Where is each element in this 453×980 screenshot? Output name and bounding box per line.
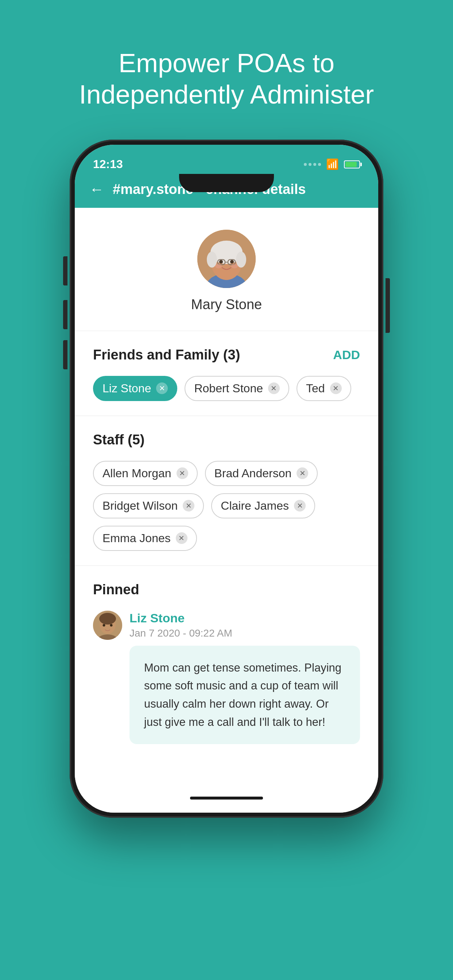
status-icons: 📶 (304, 158, 360, 170)
remove-bridget-wilson-button[interactable]: ✕ (183, 500, 195, 512)
back-button[interactable]: ← (89, 181, 104, 197)
friends-tags: Liz Stone ✕ Robert Stone ✕ Ted ✕ (93, 376, 360, 401)
svg-point-6 (236, 251, 246, 267)
tag-robert-stone: Robert Stone ✕ (185, 376, 289, 401)
message-author-name: Liz Stone (129, 611, 232, 625)
battery-icon (344, 161, 360, 169)
message-timestamp: Jan 7 2020 - 09:22 AM (129, 627, 232, 639)
remove-robert-stone-button[interactable]: ✕ (268, 382, 280, 394)
remove-emma-jones-button[interactable]: ✕ (176, 532, 187, 544)
message-header: Liz Stone Jan 7 2020 - 09:22 AM (93, 611, 360, 640)
add-friends-button[interactable]: ADD (333, 348, 360, 362)
remove-claire-james-button[interactable]: ✕ (294, 500, 306, 512)
tag-brad-anderson-label: Brad Anderson (214, 467, 292, 480)
svg-point-5 (207, 251, 217, 267)
tag-emma-jones-label: Emma Jones (102, 531, 171, 545)
tag-allen-morgan-label: Allen Morgan (102, 467, 171, 480)
message-bubble: Mom can get tense sometimes. Playing som… (129, 646, 360, 744)
status-bar: 12:13 📶 (75, 145, 378, 174)
svg-point-18 (105, 625, 110, 632)
tag-bridget-wilson: Bridget Wilson ✕ (93, 493, 204, 519)
tag-robert-stone-label: Robert Stone (194, 382, 263, 395)
staff-title: Staff (5) (93, 432, 144, 448)
pinned-message: Liz Stone Jan 7 2020 - 09:22 AM Mom can … (93, 611, 360, 744)
phone-header: ← #mary.stone - channel details (75, 174, 378, 208)
phone-frame: 12:13 📶 ← #mary.stone - channel d (70, 140, 383, 818)
tag-liz-stone: Liz Stone ✕ (93, 376, 177, 401)
home-bar (190, 797, 263, 800)
phone-screen: 12:13 📶 ← #mary.stone - channel d (75, 145, 378, 813)
svg-point-13 (231, 264, 238, 268)
tag-allen-morgan: Allen Morgan ✕ (93, 461, 198, 486)
status-time: 12:13 (93, 158, 123, 171)
friends-family-title: Friends and Family (3) (93, 347, 240, 363)
remove-allen-morgan-button[interactable]: ✕ (177, 468, 188, 479)
staff-section: Staff (5) Allen Morgan ✕ Brad Anderson ✕… (75, 416, 378, 566)
tag-emma-jones: Emma Jones ✕ (93, 526, 197, 551)
tag-claire-james: Claire James ✕ (211, 493, 315, 519)
message-author-info: Liz Stone Jan 7 2020 - 09:22 AM (129, 611, 232, 639)
home-indicator (75, 783, 378, 813)
friends-family-header: Friends and Family (3) ADD (93, 347, 360, 363)
svg-point-19 (103, 624, 105, 626)
pinned-title: Pinned (93, 582, 360, 598)
message-text: Mom can get tense sometimes. Playing som… (144, 659, 345, 731)
remove-liz-stone-button[interactable]: ✕ (156, 382, 168, 394)
staff-tags: Allen Morgan ✕ Brad Anderson ✕ Bridget W… (93, 461, 360, 551)
svg-point-7 (219, 260, 223, 264)
content-area: Mary Stone Friends and Family (3) ADD Li… (75, 208, 378, 783)
friends-family-section: Friends and Family (3) ADD Liz Stone ✕ R… (75, 331, 378, 416)
profile-name: Mary Stone (191, 297, 262, 312)
remove-brad-anderson-button[interactable]: ✕ (297, 468, 308, 479)
page-title: Empower POAs to Independently Administer (0, 0, 453, 140)
pinned-section: Pinned (75, 566, 378, 759)
signal-icon (304, 163, 321, 166)
svg-point-17 (99, 613, 116, 625)
wifi-icon: 📶 (326, 158, 339, 170)
remove-ted-button[interactable]: ✕ (330, 382, 342, 394)
tag-ted-label: Ted (306, 382, 325, 395)
tag-ted: Ted ✕ (297, 376, 351, 401)
svg-point-12 (215, 264, 222, 268)
svg-point-20 (110, 624, 113, 626)
avatar (197, 230, 256, 288)
tag-claire-james-label: Claire James (221, 499, 289, 512)
staff-header: Staff (5) (93, 432, 360, 448)
profile-section: Mary Stone (75, 208, 378, 331)
svg-point-8 (230, 260, 234, 264)
notch (179, 174, 274, 192)
tag-brad-anderson: Brad Anderson ✕ (205, 461, 318, 486)
tag-liz-stone-label: Liz Stone (102, 382, 151, 395)
tag-bridget-wilson-label: Bridget Wilson (102, 499, 178, 512)
message-avatar (93, 611, 122, 640)
